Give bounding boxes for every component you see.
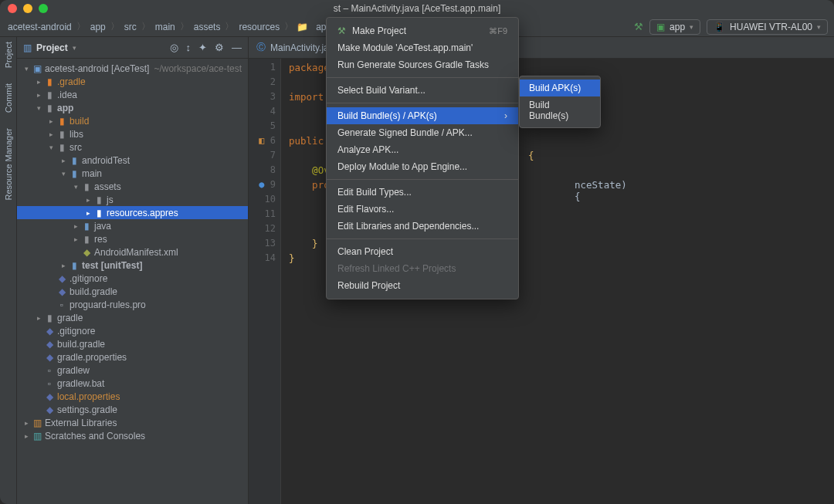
menu-item[interactable]: Build APK(s) <box>520 79 600 96</box>
tree-node[interactable]: ◆build.gradle <box>17 337 248 350</box>
tree-node[interactable]: ▾▣acetest-android [AceTest]~/workspace/a… <box>17 62 248 75</box>
menu-item[interactable]: Deploy Module to App Engine... <box>327 158 518 175</box>
chevron-down-icon[interactable]: ▾ <box>71 183 80 191</box>
tree-node[interactable]: ▸▮gradle <box>17 311 248 324</box>
chevron-right-icon[interactable]: ▸ <box>83 196 93 204</box>
line-number[interactable]: 14 <box>249 252 276 267</box>
code-line[interactable] <box>289 106 330 120</box>
line-number[interactable]: 4 <box>249 106 276 120</box>
tree-node[interactable]: ▾▮src <box>17 140 248 154</box>
tree-node[interactable]: ▸▮.idea <box>17 88 248 101</box>
line-number-gutter[interactable]: 12345◧ 678● 91011121314 <box>249 59 281 504</box>
breadcrumb-segment[interactable]: src <box>123 22 138 32</box>
chevron-right-icon[interactable]: ▸ <box>46 130 56 138</box>
tree-node[interactable]: ◆settings.gradle <box>17 403 248 416</box>
code-line[interactable] <box>289 223 330 238</box>
tree-node[interactable]: ◆build.gradle <box>17 285 248 298</box>
code-line[interactable] <box>289 76 330 91</box>
tree-node[interactable]: ◆local.properties <box>17 390 248 403</box>
chevron-right-icon[interactable]: ▸ <box>34 78 43 86</box>
code-line[interactable]: package <box>289 62 330 76</box>
chevron-right-icon[interactable]: ▸ <box>59 262 68 269</box>
chevron-right-icon[interactable]: ▸ <box>46 117 56 125</box>
tree-node[interactable]: ◆.gitignore <box>17 272 248 285</box>
chevron-right-icon[interactable]: ▸ <box>22 432 31 440</box>
menu-item[interactable]: Build Bundle(s) <box>520 96 600 124</box>
line-number[interactable]: 12 <box>249 223 276 238</box>
tree-node[interactable]: ▸▥Scratches and Consoles <box>17 429 248 442</box>
tree-node[interactable]: ▫proguard-rules.pro <box>17 298 248 311</box>
menu-item[interactable]: Run Generate Sources Gradle Tasks <box>327 56 518 73</box>
chevron-right-icon[interactable]: ▸ <box>71 222 80 230</box>
tree-node[interactable]: ▫gradlew.bat <box>17 377 248 390</box>
device-selector[interactable]: 📱 HUAWEI VTR-AL00 ▾ <box>707 19 828 35</box>
breadcrumb-segment[interactable]: acetest-android <box>6 22 73 32</box>
target-icon[interactable]: ◎ <box>170 42 178 53</box>
code-area[interactable]: packageimportpublic{ @Ov pronceState) { … <box>281 59 330 504</box>
project-tree[interactable]: ▾▣acetest-android [AceTest]~/workspace/a… <box>17 59 248 504</box>
project-view-title[interactable]: Project <box>36 42 68 53</box>
filter-icon[interactable]: ✦ <box>198 42 207 53</box>
code-line[interactable] <box>289 120 330 135</box>
tree-node[interactable]: ▸▮js <box>17 193 248 206</box>
menu-item[interactable]: Edit Flavors... <box>327 201 518 218</box>
tree-node[interactable]: ▸▮build <box>17 114 248 127</box>
chevron-right-icon[interactable]: ▸ <box>34 314 43 322</box>
line-number[interactable]: 5 <box>249 120 276 135</box>
line-number[interactable]: ● 9 <box>249 179 276 194</box>
minimize-window-icon[interactable] <box>23 4 32 13</box>
tree-node[interactable]: ▫gradlew <box>17 364 248 377</box>
chevron-down-icon[interactable]: ▾ <box>59 170 68 178</box>
tree-node[interactable]: ▸▮res <box>17 232 248 245</box>
resource-manager-tool[interactable]: Resource Manager <box>4 128 13 201</box>
tree-node[interactable]: ▸▥External Libraries <box>17 416 248 429</box>
chevron-down-icon[interactable]: ▾ <box>46 144 56 151</box>
line-number[interactable]: 8 <box>249 164 276 179</box>
tree-node[interactable]: ▸▮resources.appres <box>17 206 248 219</box>
tree-node[interactable]: ▸▮androidTest <box>17 154 248 167</box>
menu-item[interactable]: Edit Build Types... <box>327 184 518 201</box>
build-menu[interactable]: ⚒Make Project⌘F9Make Module 'AceTest.app… <box>326 17 519 299</box>
project-tool[interactable]: Project <box>4 42 13 68</box>
tree-node[interactable]: ◆.gitignore <box>17 324 248 337</box>
code-line[interactable] <box>289 208 330 223</box>
menu-item[interactable]: Rebuild Project <box>327 277 518 294</box>
zoom-window-icon[interactable] <box>39 4 48 13</box>
close-window-icon[interactable] <box>8 4 17 13</box>
build-hammer-icon[interactable]: ⚒ <box>634 21 643 32</box>
tree-node[interactable]: ▾▮main <box>17 167 248 180</box>
chevron-right-icon[interactable]: ▸ <box>59 157 68 164</box>
breadcrumb-segment[interactable]: resources <box>237 22 281 32</box>
chevron-right-icon[interactable]: ▸ <box>34 91 43 99</box>
code-line[interactable]: @Ov <box>289 164 330 179</box>
code-line[interactable]: public <box>289 135 330 150</box>
line-number[interactable]: 1 <box>249 62 276 76</box>
build-bundle-apk-submenu[interactable]: Build APK(s)Build Bundle(s) <box>519 76 601 128</box>
chevron-right-icon[interactable]: ▸ <box>71 235 80 243</box>
tree-node[interactable]: ▸▮libs <box>17 127 248 140</box>
breadcrumb[interactable]: acetest-android〉app〉src〉main〉assets〉reso… <box>6 20 346 33</box>
code-line[interactable]: } <box>289 238 330 252</box>
gear-icon[interactable]: ⚙ <box>215 42 224 53</box>
sort-icon[interactable]: ↕ <box>186 42 192 53</box>
breadcrumb-segment[interactable]: assets <box>192 22 222 32</box>
line-number[interactable]: ◧ 6 <box>249 135 276 150</box>
line-number[interactable]: 7 <box>249 150 276 164</box>
menu-item[interactable]: ⚒Make Project⌘F9 <box>327 22 518 39</box>
line-number[interactable]: 11 <box>249 208 276 223</box>
run-config-selector[interactable]: ▣ app ▾ <box>649 19 700 35</box>
breadcrumb-segment[interactable]: main <box>154 22 177 32</box>
tree-node[interactable]: ◆gradle.properties <box>17 350 248 364</box>
line-number[interactable]: 2 <box>249 76 276 91</box>
line-number[interactable]: 3 <box>249 91 276 106</box>
menu-item[interactable]: Analyze APK... <box>327 141 518 158</box>
line-number[interactable]: 10 <box>249 194 276 208</box>
chevron-down-icon[interactable]: ▾ <box>34 104 43 112</box>
hide-icon[interactable]: — <box>232 42 242 53</box>
chevron-right-icon[interactable]: ▸ <box>83 209 93 217</box>
code-line[interactable] <box>289 194 330 208</box>
tree-node[interactable]: ▸▮java <box>17 219 248 232</box>
menu-item[interactable]: Select Build Variant... <box>327 82 518 99</box>
tree-node[interactable]: ▸▮test [unitTest] <box>17 259 248 272</box>
line-number[interactable]: 13 <box>249 238 276 252</box>
